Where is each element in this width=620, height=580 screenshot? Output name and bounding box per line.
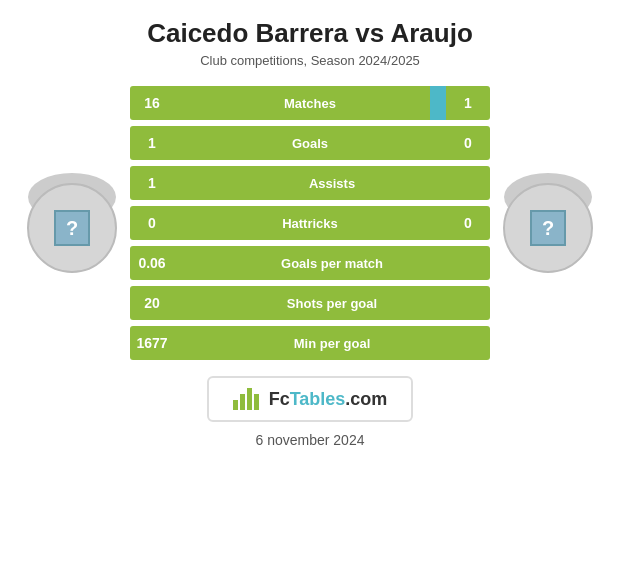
stat-bar-goals_per_match: Goals per match — [174, 246, 490, 280]
stats-container: 16Matches11Goals01Assists0Hattricks00.06… — [130, 86, 490, 360]
page-subtitle: Club competitions, Season 2024/2025 — [200, 53, 420, 68]
stat-bar-goals: Goals — [174, 126, 446, 160]
stat-row-hattricks: 0Hattricks0 — [130, 206, 490, 240]
stat-row-matches: 16Matches1 — [130, 86, 490, 120]
logo-bar-4 — [254, 394, 259, 410]
stat-label-min_per_goal: Min per goal — [294, 336, 371, 351]
logo-chart-icon — [233, 388, 259, 410]
footer-date: 6 november 2024 — [256, 432, 365, 448]
stat-right-val-hattricks: 0 — [446, 206, 490, 240]
stat-left-val-hattricks: 0 — [130, 206, 174, 240]
left-player-image-placeholder: ? — [54, 210, 90, 246]
stat-bar-assists: Assists — [174, 166, 490, 200]
logo-text-teal: Tables — [290, 389, 346, 409]
stat-label-matches: Matches — [284, 96, 336, 111]
left-player-avatar: ? — [27, 183, 117, 273]
stat-bar-min_per_goal: Min per goal — [174, 326, 490, 360]
page-wrapper: Caicedo Barrera vs Araujo Club competiti… — [0, 0, 620, 580]
logo-bar-2 — [240, 394, 245, 410]
stat-label-hattricks: Hattricks — [282, 216, 338, 231]
right-player-image-placeholder: ? — [530, 210, 566, 246]
stat-row-min_per_goal: 1677Min per goal — [130, 326, 490, 360]
logo-text: FcTables.com — [269, 389, 388, 410]
stat-row-shots_per_goal: 20Shots per goal — [130, 286, 490, 320]
stat-label-shots_per_goal: Shots per goal — [287, 296, 377, 311]
right-player-avatar: ? — [503, 183, 593, 273]
stat-left-val-shots_per_goal: 20 — [130, 286, 174, 320]
logo-bar-3 — [247, 388, 252, 410]
right-player-area: ? — [498, 173, 598, 273]
stat-label-goals_per_match: Goals per match — [281, 256, 383, 271]
stat-label-assists: Assists — [309, 176, 355, 191]
stat-bar-matches: Matches — [174, 86, 446, 120]
left-player-area: ? — [22, 173, 122, 273]
stat-left-val-assists: 1 — [130, 166, 174, 200]
stat-right-val-matches: 1 — [446, 86, 490, 120]
stat-bar-hattricks: Hattricks — [174, 206, 446, 240]
page-title: Caicedo Barrera vs Araujo — [147, 18, 473, 49]
comparison-area: ? 16Matches11Goals01Assists0Hattricks00.… — [0, 86, 620, 360]
stat-left-val-goals_per_match: 0.06 — [130, 246, 174, 280]
stat-left-val-goals: 1 — [130, 126, 174, 160]
stat-fill-right-matches — [430, 86, 446, 120]
stat-right-val-goals: 0 — [446, 126, 490, 160]
stat-label-goals: Goals — [292, 136, 328, 151]
stat-row-assists: 1Assists — [130, 166, 490, 200]
logo-bar-1 — [233, 400, 238, 410]
stat-bar-shots_per_goal: Shots per goal — [174, 286, 490, 320]
stat-row-goals_per_match: 0.06Goals per match — [130, 246, 490, 280]
logo-area: FcTables.com — [207, 376, 414, 422]
stat-row-goals: 1Goals0 — [130, 126, 490, 160]
stat-left-val-min_per_goal: 1677 — [130, 326, 174, 360]
stat-left-val-matches: 16 — [130, 86, 174, 120]
